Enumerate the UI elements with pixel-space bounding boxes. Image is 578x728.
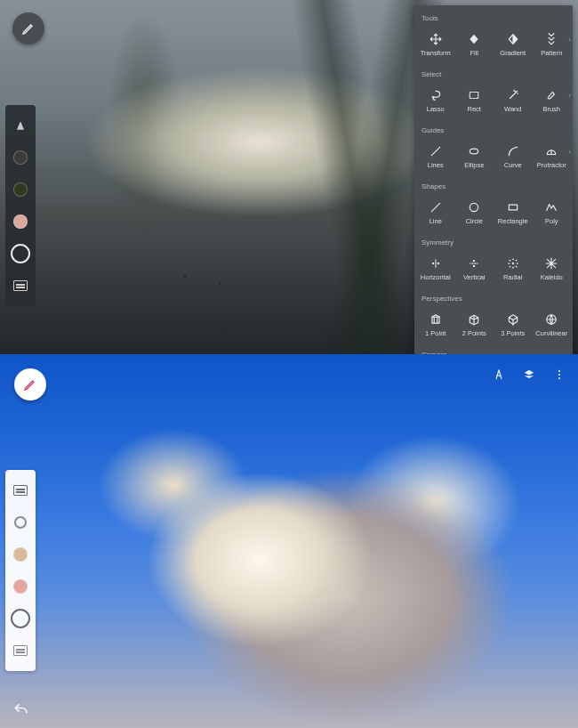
more-menu-icon[interactable]	[553, 368, 566, 381]
section-label: Tools	[414, 11, 573, 24]
tool-label: Rectangle	[498, 218, 528, 225]
curve-icon	[506, 144, 520, 158]
brush-fab[interactable]	[14, 368, 46, 400]
tool-label: Kaleido	[541, 274, 563, 281]
sym-radial[interactable]: Radial	[494, 250, 533, 287]
wand-tool[interactable]: Wand	[494, 82, 533, 119]
half-diamond-icon	[506, 32, 520, 46]
rectangle-icon	[506, 200, 520, 214]
svg-point-23	[558, 370, 560, 372]
gradient-tool[interactable]: Gradient	[494, 26, 533, 63]
section-label: Select	[414, 67, 573, 80]
sym-horizontal[interactable]: Horizontal	[416, 250, 455, 287]
svg-point-13	[517, 263, 518, 264]
sym-v-icon	[467, 256, 481, 271]
ellipse-guide[interactable]: Ellipse	[455, 138, 494, 175]
fill-tool[interactable]: Fill	[455, 26, 494, 63]
persp-1pt[interactable]: 1 Point	[416, 306, 455, 344]
lasso-icon	[429, 88, 443, 102]
tool-label: Radial	[503, 274, 522, 281]
svg-point-5	[432, 263, 434, 264]
circle-shape[interactable]: Circle	[455, 194, 494, 231]
circle-icon	[467, 200, 481, 214]
tool-label: Protractor	[537, 162, 566, 169]
radial-icon	[506, 256, 520, 271]
sym-vertical[interactable]: Vertical	[455, 250, 494, 287]
brush-fab[interactable]	[12, 12, 44, 44]
transform-tool[interactable]: Transform	[416, 26, 455, 63]
svg-point-8	[473, 265, 475, 267]
persp-3pt[interactable]: 3 Points	[494, 306, 533, 344]
color-swatch-tan[interactable]	[11, 545, 30, 564]
svg-point-11	[512, 267, 514, 269]
pattern-icon	[544, 32, 558, 46]
tool-label: 3 Points	[501, 330, 525, 337]
tool-label: Ellipse	[464, 162, 484, 169]
tool-label: Horizontal	[421, 274, 451, 281]
tool-label: Fill	[470, 50, 478, 57]
rect-tool[interactable]: Rect	[455, 82, 494, 119]
svg-point-2	[470, 149, 478, 154]
sym-h-icon	[429, 256, 443, 271]
poly-shape[interactable]: Poly	[533, 194, 572, 231]
undo-icon	[12, 701, 30, 719]
brush-tool[interactable]: Brush	[533, 82, 572, 119]
svg-point-24	[558, 374, 560, 376]
size-ring-icon[interactable]	[11, 244, 30, 263]
line-shape[interactable]: Line	[416, 194, 455, 231]
tool-label: Brush	[542, 106, 560, 113]
ellipse-icon	[467, 144, 481, 158]
tool-label: Wand	[504, 106, 521, 113]
svg-rect-1	[470, 93, 478, 99]
svg-point-16	[509, 266, 510, 268]
panel-icon[interactable]	[11, 641, 30, 660]
svg-point-14	[509, 260, 510, 262]
undo-button[interactable]	[12, 701, 30, 719]
svg-point-25	[558, 377, 560, 379]
tool-label: Line	[429, 218, 442, 225]
left-toolbar-top	[5, 105, 36, 306]
tools-popover: ToolsTransformFillGradientPattern›Select…	[414, 5, 573, 354]
color-swatch-pink[interactable]	[11, 212, 30, 231]
persp-curv[interactable]: Curvilinear	[533, 306, 572, 344]
persp-2pt[interactable]: 2 Points	[455, 306, 494, 344]
app-panel-top: ToolsTransformFillGradientPattern›Select…	[0, 0, 578, 354]
color-swatch-dark[interactable]	[11, 148, 30, 167]
size-ring-sm-icon[interactable]	[11, 513, 30, 532]
line-icon	[429, 144, 443, 158]
curve-guide[interactable]: Curve	[494, 138, 533, 175]
svg-point-6	[438, 263, 439, 264]
tool-label: 2 Points	[462, 330, 486, 337]
persp3-icon	[506, 312, 520, 327]
canvas-artwork-clouds[interactable]	[0, 354, 578, 728]
layers-icon[interactable]	[11, 481, 30, 500]
layers-panel-icon[interactable]	[523, 368, 535, 381]
svg-rect-18	[432, 317, 439, 323]
lines-guide[interactable]: Lines	[416, 138, 455, 175]
top-right-actions	[493, 368, 566, 381]
layers-icon[interactable]	[11, 276, 30, 295]
protractor-guide[interactable]: Protractor	[533, 138, 572, 175]
svg-rect-4	[509, 205, 517, 210]
tool-label: Gradient	[500, 50, 526, 57]
tool-label: Transform	[421, 50, 451, 57]
tool-label: Circle	[466, 218, 483, 225]
pattern-tool[interactable]: Pattern	[533, 26, 572, 63]
color-swatch-olive[interactable]	[11, 180, 30, 199]
lasso-tool[interactable]: Lasso	[416, 82, 455, 119]
tool-label: Lasso	[427, 106, 445, 113]
guides-toggle-icon[interactable]	[493, 368, 505, 381]
left-toolbar-bottom	[5, 470, 36, 671]
persp2-icon	[467, 312, 481, 327]
size-ring-icon[interactable]	[11, 609, 30, 628]
rectangle-shape[interactable]: Rectangle	[494, 194, 533, 231]
brush-preset-icon[interactable]	[11, 116, 30, 135]
app-panel-bottom	[0, 354, 578, 728]
color-swatch-rose[interactable]	[11, 577, 30, 596]
sym-kaleido[interactable]: Kaleido	[533, 250, 572, 287]
tool-label: Pattern	[541, 50, 562, 57]
globe-icon	[544, 312, 558, 327]
tool-label: Curve	[504, 162, 522, 169]
kaleido-icon	[544, 256, 558, 271]
svg-point-12	[508, 263, 510, 264]
